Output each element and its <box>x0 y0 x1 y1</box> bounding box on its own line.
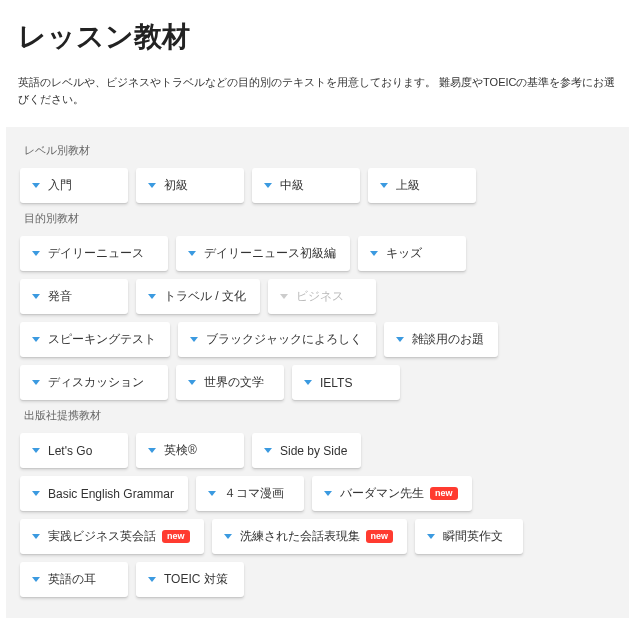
material-label: Let's Go <box>48 444 92 458</box>
publisher-row-0: Let's Go 英検® Side by Side <box>20 433 615 468</box>
material-btn-instant-composition[interactable]: 瞬間英作文 <box>415 519 523 554</box>
page-title: レッスン教材 <box>0 0 635 66</box>
material-btn-travel-culture[interactable]: トラベル / 文化 <box>136 279 260 314</box>
caret-down-icon <box>148 183 156 188</box>
caret-down-icon <box>280 294 288 299</box>
caret-down-icon <box>32 251 40 256</box>
caret-down-icon <box>32 577 40 582</box>
material-label: ブラックジャックによろしく <box>206 331 362 348</box>
level-row: 入門 初級 中級 上級 <box>20 168 615 203</box>
material-btn-kids[interactable]: キッズ <box>358 236 466 271</box>
caret-down-icon <box>427 534 435 539</box>
caret-down-icon <box>208 491 216 496</box>
material-btn-discussion[interactable]: ディスカッション <box>20 365 168 400</box>
material-label: Basic English Grammar <box>48 487 174 501</box>
caret-down-icon <box>224 534 232 539</box>
material-label: 発音 <box>48 288 72 305</box>
material-label: IELTS <box>320 376 352 390</box>
material-btn-english-ear[interactable]: 英語の耳 <box>20 562 128 597</box>
material-btn-ielts[interactable]: IELTS <box>292 365 400 400</box>
material-label: 英語の耳 <box>48 571 96 588</box>
purpose-row-0: デイリーニュース デイリーニュース初級編 キッズ <box>20 236 615 271</box>
material-btn-intro[interactable]: 入門 <box>20 168 128 203</box>
material-label: 世界の文学 <box>204 374 264 391</box>
new-badge: new <box>430 487 458 501</box>
material-label: ビジネス <box>296 288 344 305</box>
section-heading-publisher: 出版社提携教材 <box>24 408 615 423</box>
new-badge: new <box>162 530 190 544</box>
material-label: デイリーニュース初級編 <box>204 245 336 262</box>
page-description: 英語のレベルや、ビジネスやトラベルなどの目的別のテキストを用意しております。 難… <box>0 66 635 127</box>
material-label: デイリーニュース <box>48 245 144 262</box>
material-label: 実践ビジネス英会話 <box>48 528 156 545</box>
material-btn-eiken[interactable]: 英検® <box>136 433 244 468</box>
purpose-row-1: 発音 トラベル / 文化 ビジネス <box>20 279 615 314</box>
caret-down-icon <box>32 337 40 342</box>
caret-down-icon <box>190 337 198 342</box>
material-label: 英検® <box>164 442 197 459</box>
caret-down-icon <box>396 337 404 342</box>
material-btn-speaking-test[interactable]: スピーキングテスト <box>20 322 170 357</box>
material-label: 洗練された会話表現集 <box>240 528 360 545</box>
material-btn-toeic[interactable]: TOEIC 対策 <box>136 562 244 597</box>
materials-container: レベル別教材 入門 初級 中級 上級 目的別教材 デイリーニュース デイリーニュ… <box>6 127 629 618</box>
publisher-row-2: 実践ビジネス英会話 new 洗練された会話表現集 new 瞬間英作文 <box>20 519 615 554</box>
material-label: 上級 <box>396 177 420 194</box>
caret-down-icon <box>304 380 312 385</box>
material-btn-pronunciation[interactable]: 発音 <box>20 279 128 314</box>
caret-down-icon <box>188 251 196 256</box>
caret-down-icon <box>188 380 196 385</box>
material-btn-advanced[interactable]: 上級 <box>368 168 476 203</box>
caret-down-icon <box>32 534 40 539</box>
caret-down-icon <box>32 448 40 453</box>
material-label: 初級 <box>164 177 188 194</box>
purpose-row-3: ディスカッション 世界の文学 IELTS <box>20 365 615 400</box>
caret-down-icon <box>32 183 40 188</box>
publisher-row-1: Basic English Grammar ４コマ漫画 バーダマン先生 new <box>20 476 615 511</box>
material-btn-daily-news[interactable]: デイリーニュース <box>20 236 168 271</box>
material-label: 雑談用のお題 <box>412 331 484 348</box>
publisher-row-3: 英語の耳 TOEIC 対策 <box>20 562 615 597</box>
material-btn-intermediate[interactable]: 中級 <box>252 168 360 203</box>
material-label: スピーキングテスト <box>48 331 156 348</box>
material-btn-business: ビジネス <box>268 279 376 314</box>
caret-down-icon <box>264 448 272 453</box>
material-btn-vardaman[interactable]: バーダマン先生 new <box>312 476 472 511</box>
material-btn-world-literature[interactable]: 世界の文学 <box>176 365 284 400</box>
caret-down-icon <box>264 183 272 188</box>
material-label: バーダマン先生 <box>340 485 424 502</box>
caret-down-icon <box>148 448 156 453</box>
caret-down-icon <box>380 183 388 188</box>
caret-down-icon <box>370 251 378 256</box>
material-btn-blackjack[interactable]: ブラックジャックによろしく <box>178 322 376 357</box>
caret-down-icon <box>32 380 40 385</box>
material-btn-4koma[interactable]: ４コマ漫画 <box>196 476 304 511</box>
material-btn-daily-news-beginner[interactable]: デイリーニュース初級編 <box>176 236 350 271</box>
material-label: 瞬間英作文 <box>443 528 503 545</box>
material-btn-basic-english-grammar[interactable]: Basic English Grammar <box>20 476 188 511</box>
new-badge: new <box>366 530 394 544</box>
material-label: Side by Side <box>280 444 347 458</box>
material-label: ディスカッション <box>48 374 144 391</box>
material-label: ４コマ漫画 <box>224 485 284 502</box>
material-btn-side-by-side[interactable]: Side by Side <box>252 433 361 468</box>
section-heading-level: レベル別教材 <box>24 143 615 158</box>
material-label: キッズ <box>386 245 422 262</box>
material-label: トラベル / 文化 <box>164 288 246 305</box>
caret-down-icon <box>148 577 156 582</box>
caret-down-icon <box>324 491 332 496</box>
material-label: TOEIC 対策 <box>164 571 228 588</box>
caret-down-icon <box>148 294 156 299</box>
caret-down-icon <box>32 491 40 496</box>
material-btn-beginner[interactable]: 初級 <box>136 168 244 203</box>
material-btn-chat-topics[interactable]: 雑談用のお題 <box>384 322 498 357</box>
material-btn-refined-conversation[interactable]: 洗練された会話表現集 new <box>212 519 408 554</box>
material-btn-lets-go[interactable]: Let's Go <box>20 433 128 468</box>
section-heading-purpose: 目的別教材 <box>24 211 615 226</box>
purpose-row-2: スピーキングテスト ブラックジャックによろしく 雑談用のお題 <box>20 322 615 357</box>
caret-down-icon <box>32 294 40 299</box>
material-btn-business-english[interactable]: 実践ビジネス英会話 new <box>20 519 204 554</box>
material-label: 中級 <box>280 177 304 194</box>
material-label: 入門 <box>48 177 72 194</box>
